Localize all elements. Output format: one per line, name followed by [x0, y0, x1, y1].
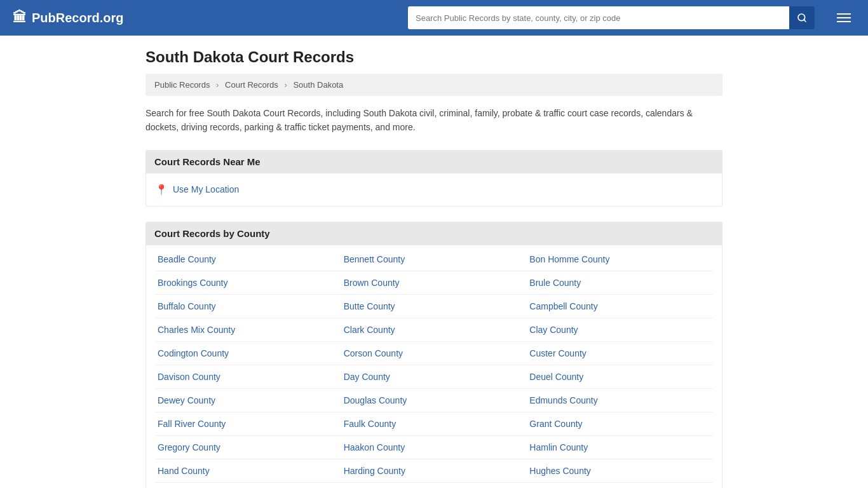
- menu-bar-3: [837, 21, 851, 22]
- search-container: [408, 6, 815, 29]
- search-button[interactable]: [789, 6, 815, 29]
- list-item: Fall River County: [155, 412, 341, 436]
- breadcrumb-public-records[interactable]: Public Records: [154, 80, 210, 90]
- county-link[interactable]: Gregory County: [158, 442, 220, 452]
- list-item: Hamlin County: [527, 436, 713, 459]
- list-item: Brule County: [527, 271, 713, 295]
- list-item: Brookings County: [155, 271, 341, 295]
- county-link[interactable]: Hamlin County: [529, 442, 588, 452]
- menu-bar-2: [837, 17, 851, 18]
- county-section: Court Records by County Beadle CountyBen…: [146, 222, 722, 488]
- county-link[interactable]: Dewey County: [158, 395, 215, 405]
- breadcrumb-south-dakota[interactable]: South Dakota: [293, 80, 343, 90]
- list-item: Campbell County: [527, 295, 713, 318]
- county-link[interactable]: Codington County: [158, 348, 229, 358]
- county-link[interactable]: Charles Mix County: [158, 325, 235, 335]
- list-item: Douglas County: [341, 389, 527, 412]
- list-item: Deuel County: [527, 365, 713, 389]
- list-item: Clay County: [527, 318, 713, 342]
- list-item: Corson County: [341, 342, 527, 365]
- list-item: Harding County: [341, 459, 527, 483]
- county-link[interactable]: Brule County: [529, 278, 581, 288]
- page-description: Search for free South Dakota Court Recor…: [146, 106, 722, 135]
- list-item: Gregory County: [155, 436, 341, 459]
- county-list-body: Beadle CountyBennett CountyBon Homme Cou…: [146, 245, 722, 488]
- list-item: Jerauld County: [527, 483, 713, 488]
- county-link[interactable]: Hughes County: [529, 466, 591, 476]
- county-link[interactable]: Buffalo County: [158, 301, 216, 311]
- near-me-section: Court Records Near Me 📍 Use My Location: [146, 150, 722, 207]
- list-item: Bennett County: [341, 248, 527, 271]
- page-title: South Dakota Court Records: [146, 48, 722, 66]
- list-item: Bon Homme County: [527, 248, 713, 271]
- county-link[interactable]: Grant County: [529, 419, 582, 429]
- county-link[interactable]: Deuel County: [529, 372, 583, 382]
- list-item: Codington County: [155, 342, 341, 365]
- county-link[interactable]: Day County: [344, 372, 390, 382]
- list-item: Davison County: [155, 365, 341, 389]
- list-item: Hughes County: [527, 459, 713, 483]
- menu-button[interactable]: [832, 6, 855, 29]
- county-link[interactable]: Custer County: [529, 348, 586, 358]
- list-item: Hyde County: [155, 483, 341, 488]
- search-input[interactable]: [408, 6, 789, 29]
- county-link[interactable]: Haakon County: [344, 442, 405, 452]
- county-heading: Court Records by County: [146, 222, 722, 245]
- breadcrumb-sep-2: ›: [284, 80, 287, 90]
- list-item: Brown County: [341, 271, 527, 295]
- county-link[interactable]: Hand County: [158, 466, 210, 476]
- logo-text: PubRecord.org: [32, 11, 123, 25]
- list-item: Clark County: [341, 318, 527, 342]
- county-link[interactable]: Davison County: [158, 372, 220, 382]
- county-link[interactable]: Brown County: [344, 278, 400, 288]
- site-header: 🏛 PubRecord.org: [0, 0, 868, 36]
- list-item: Hand County: [155, 459, 341, 483]
- list-item: Grant County: [527, 412, 713, 436]
- county-link[interactable]: Corson County: [344, 348, 403, 358]
- breadcrumb-sep-1: ›: [216, 80, 219, 90]
- list-item: Custer County: [527, 342, 713, 365]
- county-link[interactable]: Douglas County: [344, 395, 407, 405]
- list-item: Jackson County: [341, 483, 527, 488]
- county-link[interactable]: Faulk County: [344, 419, 396, 429]
- county-link[interactable]: Clay County: [529, 325, 578, 335]
- county-link[interactable]: Fall River County: [158, 419, 226, 429]
- near-me-body: 📍 Use My Location: [146, 173, 722, 207]
- county-link[interactable]: Campbell County: [529, 301, 597, 311]
- list-item: Butte County: [341, 295, 527, 318]
- list-item: Charles Mix County: [155, 318, 341, 342]
- list-item: Buffalo County: [155, 295, 341, 318]
- menu-bar-1: [837, 13, 851, 15]
- main-content: South Dakota Court Records Public Record…: [135, 36, 733, 488]
- county-link[interactable]: Brookings County: [158, 278, 228, 288]
- county-link[interactable]: Butte County: [344, 301, 395, 311]
- county-link[interactable]: Beadle County: [158, 254, 216, 264]
- county-link[interactable]: Bennett County: [344, 254, 405, 264]
- county-link[interactable]: Clark County: [344, 325, 395, 335]
- search-icon: [797, 13, 807, 23]
- county-grid: Beadle CountyBennett CountyBon Homme Cou…: [155, 248, 713, 488]
- list-item: Haakon County: [341, 436, 527, 459]
- logo-icon: 🏛: [13, 10, 27, 26]
- use-location-link[interactable]: Use My Location: [173, 184, 239, 194]
- svg-line-1: [804, 20, 806, 22]
- county-link[interactable]: Harding County: [344, 466, 405, 476]
- list-item: Dewey County: [155, 389, 341, 412]
- breadcrumb-court-records[interactable]: Court Records: [225, 80, 278, 90]
- logo-link[interactable]: 🏛 PubRecord.org: [13, 10, 123, 26]
- breadcrumb: Public Records › Court Records › South D…: [146, 74, 722, 96]
- county-link[interactable]: Edmunds County: [529, 395, 597, 405]
- near-me-heading: Court Records Near Me: [146, 150, 722, 173]
- list-item: Faulk County: [341, 412, 527, 436]
- list-item: Beadle County: [155, 248, 341, 271]
- location-icon: 📍: [155, 184, 168, 196]
- county-link[interactable]: Bon Homme County: [529, 254, 609, 264]
- list-item: Edmunds County: [527, 389, 713, 412]
- list-item: Day County: [341, 365, 527, 389]
